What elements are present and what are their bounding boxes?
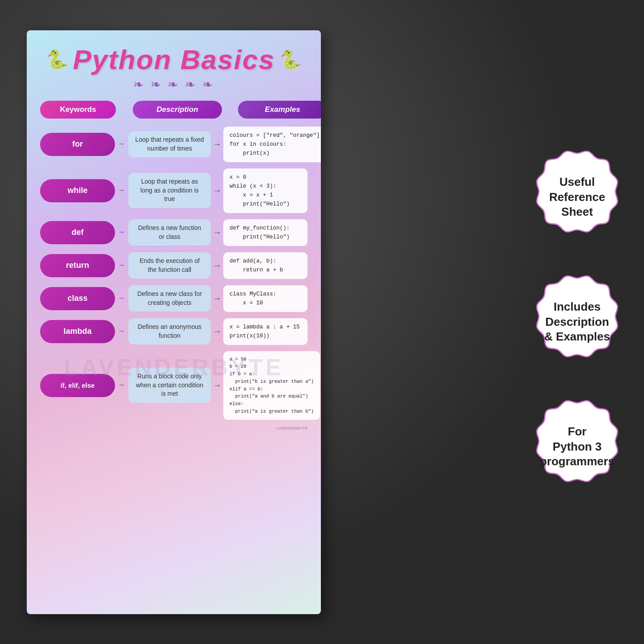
desc-return: Ends the execution of the function call [128,252,211,279]
badge-2: IncludesDescription& Examples [528,273,626,371]
example-def: def my_function(): print("Hello") [223,219,308,246]
desc-def: Defines a new function or class [128,219,211,246]
example-class: class MyClass: x = 10 [223,285,308,312]
arrow-class: → [211,293,223,304]
arrow-while: → [211,185,223,196]
connector-while [115,185,128,196]
example-if: a = 50 b = 20 if b > a: print("b is grea… [223,351,320,420]
connector-if [115,380,128,390]
poster-title: Python Basics [73,44,275,75]
keyword-def: def [40,221,115,244]
keyword-return: return [40,254,115,277]
connector-return [115,260,128,271]
poster-header: 🐍 Python Basics 🐍 ❧ ❧ ❧ ❧ ❧ [40,44,308,92]
badge-3: ForPython 3programmers [528,398,626,496]
row-if: if, elif, else Runs a block code only wh… [40,351,308,420]
poster-footer: LAVENDERBYTE [40,426,308,431]
desc-lambda: Defines an anonymous function [128,318,211,345]
decorative-swirl: ❧ ❧ ❧ ❧ ❧ [40,77,308,92]
col-header-keywords: Keywords [40,101,116,119]
row-while: while Loop that repeats as long as a con… [40,168,308,213]
example-return: def add(a, b): return a + b [223,252,308,279]
desc-while: Loop that repeats as long as a condition… [128,173,211,208]
connector-for [115,139,128,149]
header-logo-area: 🐍 Python Basics 🐍 [40,44,308,75]
row-lambda: lambda Defines an anonymous function → x… [40,318,308,345]
connector-lambda [115,326,128,336]
poster: 🐍 Python Basics 🐍 ❧ ❧ ❧ ❧ ❧ Keywords Des… [27,30,321,614]
desc-for: Loop that repeats a fixed number of time… [128,131,211,157]
example-while: x = 0 while (x < 3): x = x + 1 print("He… [223,168,308,213]
keyword-rows: for Loop that repeats a fixed number of … [40,127,308,420]
arrow-if: → [211,380,223,390]
desc-if: Runs a block code only when a certain co… [128,368,211,403]
connector-class [115,293,128,304]
keyword-for: for [40,133,115,156]
example-lambda: x = lambda a : a + 15 print(x(10)) [223,318,308,345]
python-logo-right: 🐍 [279,49,302,70]
badge-3-text: ForPython 3programmers [531,415,623,478]
badge-1-text: UsefulReferenceSheet [540,166,614,229]
badge-2-text: IncludesDescription& Examples [535,291,619,353]
arrow-return: → [211,260,223,271]
col-header-description: Description [133,101,222,119]
column-headers: Keywords Description Examples [40,101,308,119]
arrow-def: → [211,227,223,238]
arrow-lambda: → [211,326,223,336]
desc-class: Defines a new class for creating objects [128,285,211,312]
row-def: def Defines a new function or class → de… [40,219,308,246]
python-logo-left: 🐍 [46,49,68,70]
row-class: class Defines a new class for creating o… [40,285,308,312]
keyword-lambda: lambda [40,320,115,343]
row-for: for Loop that repeats a fixed number of … [40,127,308,162]
arrow-for: → [211,139,223,149]
keyword-class: class [40,287,115,310]
right-panel: UsefulReferenceSheet IncludesDescription… [528,148,626,496]
col-header-examples: Examples [238,101,321,119]
example-for: colours = ["red", "orange"] for x in col… [223,127,321,162]
keyword-while: while [40,179,115,202]
badge-1: UsefulReferenceSheet [528,148,626,246]
connector-def [115,227,128,238]
keyword-if: if, elif, else [40,374,115,397]
row-return: return Ends the execution of the functio… [40,252,308,279]
